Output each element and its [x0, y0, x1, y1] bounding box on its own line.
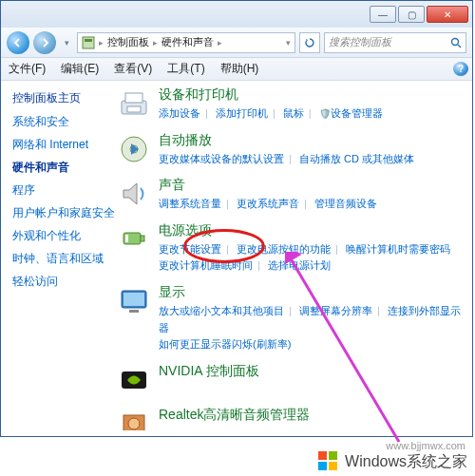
svg-rect-14: [129, 310, 139, 313]
body: 控制面板主页 系统和安全 网络和 Internet 硬件和声音 程序 用户帐户和…: [1, 81, 472, 436]
category-title[interactable]: 自动播放: [159, 132, 463, 149]
navbar: ▾ ▸ 控制面板 ▸ 硬件和声音 ▸ ▾ 搜索控制面板: [1, 28, 472, 58]
svg-rect-5: [125, 93, 142, 103]
sidebar-item-current[interactable]: 硬件和声音: [12, 160, 115, 176]
category-title[interactable]: 电源选项: [159, 222, 463, 239]
task-link[interactable]: 放大或缩小文本和其他项目: [159, 305, 284, 316]
realtek-icon: [117, 407, 151, 430]
content-scroll[interactable]: 设备和打印机 添加设备| 添加打印机| 鼠标| 🛡️设备管理器: [117, 86, 466, 430]
control-panel-window: — ▢ ✕ ▾ ▸ 控制面板 ▸ 硬件和声音 ▸ ▾ 搜索控制面板: [0, 0, 473, 437]
category-links: 添加设备| 添加打印机| 鼠标| 🛡️设备管理器: [159, 105, 463, 123]
category-power: 电源选项 更改节能设置| 更改电源按钮的功能| 唤醒计算机时需要密码 更改计算机…: [117, 222, 463, 275]
sidebar: 控制面板主页 系统和安全 网络和 Internet 硬件和声音 程序 用户帐户和…: [1, 81, 115, 436]
category-title[interactable]: Realtek高清晰音频管理器: [159, 407, 463, 424]
task-link[interactable]: 添加设备: [159, 107, 200, 119]
sidebar-item[interactable]: 系统和安全: [12, 114, 115, 130]
svg-rect-13: [124, 293, 144, 306]
breadcrumb-sep: ▸: [153, 38, 158, 48]
content: 设备和打印机 添加设备| 添加打印机| 鼠标| 🛡️设备管理器: [115, 81, 472, 436]
category-realtek: Realtek高清晰音频管理器: [117, 407, 463, 430]
menu-help[interactable]: 帮助(H): [213, 61, 267, 77]
watermark-url: www.bjjmwx.com: [386, 440, 466, 451]
sidebar-item[interactable]: 用户帐户和家庭安全: [12, 205, 115, 221]
task-link[interactable]: 更改系统声音: [237, 198, 299, 209]
sidebar-heading[interactable]: 控制面板主页: [12, 90, 115, 106]
task-link[interactable]: 选择电源计划: [268, 259, 331, 271]
task-link[interactable]: 更改媒体或设备的默认设置: [159, 153, 284, 164]
category-display: 显示 放大或缩小文本和其他项目| 调整屏幕分辨率| 连接到外部显示器 如何更正显…: [117, 284, 463, 353]
breadcrumb-root[interactable]: 控制面板: [107, 35, 149, 49]
task-link[interactable]: 更改计算机睡眠时间: [159, 259, 253, 271]
sidebar-item[interactable]: 程序: [12, 182, 115, 199]
task-link[interactable]: 如何更正显示器闪烁(刷新率): [159, 338, 291, 350]
sidebar-item[interactable]: 时钟、语言和区域: [12, 251, 115, 267]
menu-file[interactable]: 文件(F): [1, 61, 53, 77]
address-bar[interactable]: ▸ 控制面板 ▸ 硬件和声音 ▸ ▾: [77, 32, 295, 53]
sidebar-item[interactable]: 轻松访问: [12, 274, 115, 290]
svg-rect-0: [83, 37, 94, 48]
maximize-button[interactable]: ▢: [398, 6, 425, 23]
sidebar-item[interactable]: 外观和个性化: [12, 228, 115, 244]
category-links: 调整系统音量| 更改系统声音| 管理音频设备: [159, 196, 463, 213]
history-dropdown[interactable]: ▾: [60, 38, 73, 48]
task-link[interactable]: 唤醒计算机时需要密码: [346, 243, 450, 255]
task-link[interactable]: 设备管理器: [331, 107, 383, 119]
forward-button[interactable]: [33, 31, 56, 54]
category-devices: 设备和打印机 添加设备| 添加打印机| 鼠标| 🛡️设备管理器: [117, 86, 463, 123]
menu-view[interactable]: 查看(V): [106, 61, 160, 77]
task-link[interactable]: 自动播放 CD 或其他媒体: [299, 153, 414, 164]
titlebar: — ▢ ✕: [1, 1, 472, 28]
refresh-button[interactable]: [299, 32, 320, 53]
search-box[interactable]: 搜索控制面板: [324, 32, 466, 53]
devices-printers-icon: [117, 86, 151, 121]
svg-rect-11: [125, 235, 128, 242]
svg-rect-1: [85, 39, 92, 42]
menu-tools[interactable]: 工具(T): [160, 61, 212, 77]
task-link[interactable]: 添加打印机: [216, 107, 268, 119]
category-autoplay: 自动播放 更改媒体或设备的默认设置| 自动播放 CD 或其他媒体: [117, 132, 463, 168]
breadcrumb-sep: ▸: [99, 38, 104, 48]
search-icon: [450, 37, 462, 48]
category-title[interactable]: NVIDIA 控制面板: [159, 363, 463, 380]
minimize-button[interactable]: —: [370, 6, 396, 23]
menubar: 文件(F) 编辑(E) 查看(V) 工具(T) 帮助(H) ?: [1, 58, 472, 81]
task-link[interactable]: 更改节能设置: [159, 243, 221, 255]
svg-point-2: [452, 38, 459, 45]
display-icon: [117, 284, 151, 318]
close-button[interactable]: ✕: [427, 6, 468, 23]
category-links: 放大或缩小文本和其他项目| 调整屏幕分辨率| 连接到外部显示器 如何更正显示器闪…: [159, 303, 463, 353]
svg-rect-10: [141, 236, 144, 241]
sound-icon: [117, 177, 151, 211]
autoplay-icon: [117, 132, 151, 166]
task-link[interactable]: 调整系统音量: [159, 198, 221, 209]
category-title[interactable]: 声音: [159, 177, 463, 194]
category-links: 更改媒体或设备的默认设置| 自动播放 CD 或其他媒体: [159, 151, 463, 168]
breadcrumb-leaf[interactable]: 硬件和声音: [162, 35, 214, 49]
watermark-text: Windows系统之家: [345, 452, 467, 472]
control-panel-icon: [82, 36, 95, 49]
svg-point-17: [128, 418, 140, 429]
task-link[interactable]: 鼠标: [283, 107, 304, 119]
help-icon: ?: [453, 62, 468, 76]
category-nvidia: NVIDIA 控制面板: [117, 363, 463, 397]
power-options-icon: [117, 222, 151, 257]
sidebar-item[interactable]: 网络和 Internet: [12, 137, 115, 153]
menu-edit[interactable]: 编辑(E): [53, 61, 106, 77]
windows-logo-icon: [318, 451, 339, 472]
category-title[interactable]: 设备和打印机: [159, 86, 463, 104]
task-link[interactable]: 更改电源按钮的功能: [237, 243, 331, 255]
category-sound: 声音 调整系统音量| 更改系统声音| 管理音频设备: [117, 177, 463, 213]
address-dropdown[interactable]: ▾: [286, 38, 291, 48]
svg-line-3: [458, 45, 461, 48]
task-link[interactable]: 调整屏幕分辨率: [299, 305, 372, 316]
shield-icon: 🛡️: [319, 108, 331, 119]
category-title[interactable]: 显示: [159, 284, 463, 301]
svg-rect-6: [127, 106, 141, 112]
help-button[interactable]: ?: [449, 58, 472, 81]
task-link[interactable]: 管理音频设备: [314, 198, 377, 209]
nvidia-icon: [117, 363, 151, 397]
breadcrumb-sep: ▸: [218, 38, 222, 48]
category-links: 更改节能设置| 更改电源按钮的功能| 唤醒计算机时需要密码 更改计算机睡眠时间|…: [159, 241, 463, 275]
search-placeholder: 搜索控制面板: [329, 35, 391, 49]
back-button[interactable]: [7, 31, 29, 54]
